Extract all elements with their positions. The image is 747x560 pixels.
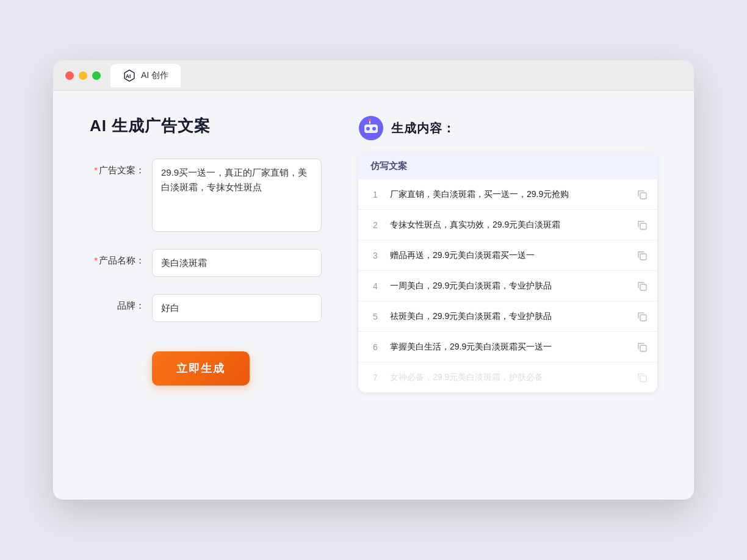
ad-copy-input[interactable]: 29.9买一送一，真正的厂家直销，美白淡斑霜，专抹女性斑点	[152, 159, 322, 232]
copy-icon[interactable]	[637, 250, 648, 261]
table-row: 7 女神必备，29.9元美白淡斑霜，护肤必备	[358, 362, 657, 392]
close-button[interactable]	[65, 71, 74, 80]
svg-point-3	[366, 127, 370, 131]
row-number: 4	[368, 281, 383, 291]
svg-text:AI: AI	[126, 73, 131, 79]
svg-rect-11	[640, 315, 646, 321]
browser-window: AI AI 创作 AI 生成广告文案 *广告文案： 29.9买一送一，真正的厂家…	[53, 60, 694, 500]
page-title: AI 生成广告文案	[90, 115, 322, 137]
product-name-row: *产品名称：	[90, 249, 322, 277]
copy-icon[interactable]	[637, 189, 648, 200]
required-star-product: *	[94, 255, 98, 265]
svg-rect-12	[640, 345, 646, 351]
copy-icon[interactable]	[637, 281, 648, 292]
traffic-lights	[65, 71, 101, 80]
right-panel: 生成内容： 仿写文案 1 厂家直销，美白淡斑霜，买一送一，29.9元抢购 2 专…	[358, 115, 657, 392]
minimize-button[interactable]	[79, 71, 87, 80]
required-star-ad: *	[94, 165, 98, 175]
main-content: AI 生成广告文案 *广告文案： 29.9买一送一，真正的厂家直销，美白淡斑霜，…	[53, 91, 694, 417]
generate-button[interactable]: 立即生成	[152, 351, 250, 386]
row-text: 掌握美白生活，29.9元美白淡斑霜买一送一	[390, 340, 629, 353]
svg-point-6	[369, 119, 371, 121]
svg-rect-13	[640, 376, 646, 382]
table-row: 5 祛斑美白，29.9元美白淡斑霜，专业护肤品	[358, 301, 657, 332]
row-number: 1	[368, 190, 383, 199]
row-text: 女神必备，29.9元美白淡斑霜，护肤必备	[390, 371, 629, 384]
titlebar: AI AI 创作	[53, 60, 694, 91]
maximize-button[interactable]	[92, 71, 101, 80]
table-row: 2 专抹女性斑点，真实功效，29.9元美白淡斑霜	[358, 210, 657, 240]
ai-tab[interactable]: AI AI 创作	[110, 64, 181, 87]
copy-icon[interactable]	[637, 311, 648, 322]
svg-rect-8	[640, 223, 646, 229]
ai-tab-icon: AI	[123, 69, 136, 82]
table-row: 3 赠品再送，29.9元美白淡斑霜买一送一	[358, 240, 657, 271]
result-header: 生成内容：	[358, 115, 657, 141]
row-text: 赠品再送，29.9元美白淡斑霜买一送一	[390, 249, 629, 262]
row-text: 一周美白，29.9元美白淡斑霜，专业护肤品	[390, 279, 629, 292]
tab-label: AI 创作	[141, 70, 168, 81]
svg-rect-10	[640, 284, 646, 290]
brand-input[interactable]	[152, 294, 322, 322]
result-table: 仿写文案 1 厂家直销，美白淡斑霜，买一送一，29.9元抢购 2 专抹女性斑点，…	[358, 153, 657, 392]
svg-rect-9	[640, 254, 646, 260]
brand-label: 品牌：	[90, 294, 145, 312]
table-row: 4 一周美白，29.9元美白淡斑霜，专业护肤品	[358, 271, 657, 301]
table-row: 1 厂家直销，美白淡斑霜，买一送一，29.9元抢购	[358, 179, 657, 210]
copy-icon[interactable]	[637, 372, 648, 383]
result-table-header: 仿写文案	[358, 153, 657, 179]
row-number: 3	[368, 251, 383, 260]
svg-point-4	[372, 127, 376, 131]
ad-copy-label: *广告文案：	[90, 159, 145, 176]
product-name-label: *产品名称：	[90, 249, 145, 267]
result-rows-container: 1 厂家直销，美白淡斑霜，买一送一，29.9元抢购 2 专抹女性斑点，真实功效，…	[358, 179, 657, 392]
result-title: 生成内容：	[391, 120, 455, 137]
copy-icon[interactable]	[637, 220, 648, 231]
ad-copy-row: *广告文案： 29.9买一送一，真正的厂家直销，美白淡斑霜，专抹女性斑点	[90, 159, 322, 232]
brand-row: 品牌：	[90, 294, 322, 322]
table-row: 6 掌握美白生活，29.9元美白淡斑霜买一送一	[358, 332, 657, 362]
row-number: 2	[368, 220, 383, 230]
row-text: 专抹女性斑点，真实功效，29.9元美白淡斑霜	[390, 218, 629, 231]
copy-icon[interactable]	[637, 342, 648, 353]
bot-icon	[358, 115, 384, 141]
row-number: 5	[368, 312, 383, 321]
row-text: 祛斑美白，29.9元美白淡斑霜，专业护肤品	[390, 310, 629, 323]
svg-rect-7	[640, 193, 646, 199]
row-number: 6	[368, 342, 383, 352]
product-name-input[interactable]	[152, 249, 322, 277]
row-number: 7	[368, 373, 383, 382]
left-panel: AI 生成广告文案 *广告文案： 29.9买一送一，真正的厂家直销，美白淡斑霜，…	[90, 115, 322, 392]
row-text: 厂家直销，美白淡斑霜，买一送一，29.9元抢购	[390, 188, 629, 201]
